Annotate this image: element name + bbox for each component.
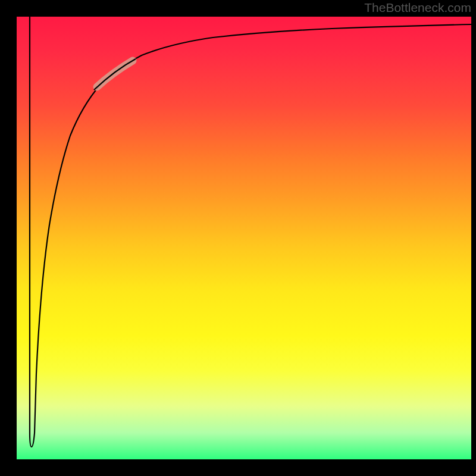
- watermark-text: TheBottleneck.com: [364, 1, 471, 15]
- plot-background: [17, 17, 471, 459]
- chart-frame: TheBottleneck.com: [0, 0, 476, 476]
